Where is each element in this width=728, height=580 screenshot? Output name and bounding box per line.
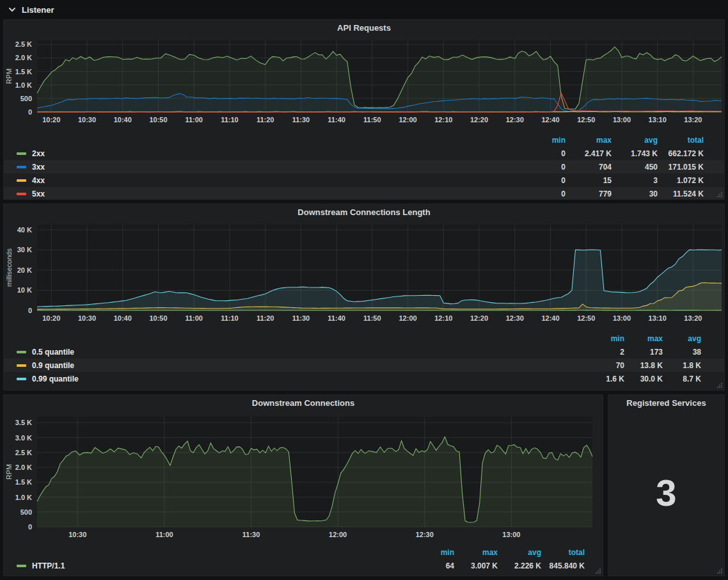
series-color-swatch[interactable] xyxy=(17,179,26,182)
legend-col-avg[interactable]: avg xyxy=(498,548,541,557)
legend-series-name[interactable]: 5xx xyxy=(17,189,519,198)
y-tick-label: 3.5 K xyxy=(15,419,32,426)
legend-series-name[interactable]: 4xx xyxy=(17,176,519,185)
x-tick-label: 10:30 xyxy=(78,116,96,124)
x-tick-label: 13:10 xyxy=(649,116,667,124)
chevron-down-icon xyxy=(8,6,16,13)
resize-handle-icon[interactable] xyxy=(715,381,723,389)
series-color-swatch[interactable] xyxy=(17,378,26,380)
downstream-connections-length-legend: minmaxavg0.5 quantile2173380.9 quantile7… xyxy=(4,332,724,385)
legend-series-name[interactable]: 0.5 quantile xyxy=(17,348,586,357)
legend-col-min[interactable]: min xyxy=(411,548,454,557)
legend-series-name[interactable]: 2xx xyxy=(17,149,519,158)
legend-header: minmaxavgtotal xyxy=(4,134,724,147)
y-tick-label: 2.5 K xyxy=(15,449,32,456)
resize-handle-icon[interactable] xyxy=(594,567,601,574)
legend-col-max[interactable]: max xyxy=(454,548,498,557)
series-color-swatch[interactable] xyxy=(17,351,26,353)
x-tick-label: 11:00 xyxy=(185,314,203,322)
downstream-connections-length-chart[interactable]: 010 K20 K30 K40 K10:2010:3010:4010:5011:… xyxy=(4,221,725,331)
legend-value: 30.0 K xyxy=(624,375,663,383)
api-requests-chart[interactable]: 05001.0 K1.5 K2.0 K2.5 K10:2010:3010:401… xyxy=(4,36,725,133)
series-color-swatch[interactable] xyxy=(17,166,26,168)
bottom-row: Downstream Connections 05001.0 K1.5 K2.0… xyxy=(3,394,725,580)
legend-value: 70 xyxy=(586,361,624,370)
panel-title-registered-services[interactable]: Registered Services xyxy=(608,395,724,412)
row-header-listener[interactable]: Listener xyxy=(3,0,725,19)
x-tick-label: 13:20 xyxy=(684,314,702,322)
legend-value: 2 xyxy=(586,348,624,357)
panel-title-downstream-connections-length[interactable]: Downstream Connections Length xyxy=(4,204,724,221)
legend-value: 1.8 K xyxy=(663,361,701,370)
legend-value: 0 xyxy=(519,189,566,198)
series-color-swatch[interactable] xyxy=(17,193,26,195)
panel-downstream-connections-length: Downstream Connections Length 010 K20 K3… xyxy=(3,204,725,391)
legend-col-avg[interactable]: avg xyxy=(663,334,701,343)
y-tick-label: 1.5 K xyxy=(15,68,32,76)
x-tick-label: 11:40 xyxy=(328,116,345,124)
legend-col-total[interactable]: total xyxy=(541,548,585,557)
legend-series-name[interactable]: 0.9 quantile xyxy=(17,361,586,370)
x-tick-label: 12:30 xyxy=(506,116,524,124)
legend-col-total[interactable]: total xyxy=(658,136,704,145)
x-tick-label: 12:00 xyxy=(329,531,347,538)
series-color-swatch[interactable] xyxy=(17,364,26,367)
series-label: 0.9 quantile xyxy=(32,361,74,370)
legend-value: 15 xyxy=(566,176,612,185)
panel-downstream-connections: Downstream Connections 05001.0 K1.5 K2.0… xyxy=(3,394,603,576)
x-tick-label: 10:50 xyxy=(149,314,167,322)
legend-value: 3.007 K xyxy=(454,561,498,570)
legend-series-name[interactable]: HTTP/1.1 xyxy=(17,561,411,570)
legend-series-name[interactable]: 3xx xyxy=(17,163,519,172)
legend-value: 171.015 K xyxy=(658,163,704,172)
series-label: 3xx xyxy=(32,163,45,172)
legend-row-0.99 quantile[interactable]: 0.99 quantile1.6 K30.0 K8.7 K xyxy=(4,372,724,385)
y-tick-label: 20 K xyxy=(17,266,32,274)
downstream-connections-chart[interactable]: 05001.0 K1.5 K2.0 K2.5 K3.0 K3.5 K10:301… xyxy=(4,412,603,545)
panel-title-downstream-connections[interactable]: Downstream Connections xyxy=(4,395,603,412)
legend-row-0.5 quantile[interactable]: 0.5 quantile217338 xyxy=(4,345,724,358)
api-requests-legend: minmaxavgtotal2xx02.417 K1.743 K662.172 … xyxy=(4,134,724,200)
x-tick-label: 13:10 xyxy=(649,314,667,322)
y-tick-label: 2.5 K xyxy=(15,40,32,48)
y-tick-label: 2.0 K xyxy=(15,54,32,61)
x-tick-label: 10:30 xyxy=(78,314,96,322)
x-tick-label: 12:00 xyxy=(399,314,417,322)
y-tick-label: 1.0 K xyxy=(15,81,32,89)
legend-value: 0 xyxy=(519,149,566,158)
resize-handle-icon[interactable] xyxy=(715,190,723,198)
legend-value: 2.226 K xyxy=(498,561,541,570)
series-label: 5xx xyxy=(32,189,45,198)
x-tick-label: 11:10 xyxy=(221,314,239,322)
legend-value: 30 xyxy=(612,189,658,198)
x-tick-label: 10:40 xyxy=(114,116,132,124)
legend-value: 11.524 K xyxy=(658,189,704,198)
legend-row-HTTP/1.1[interactable]: HTTP/1.1643.007 K2.226 K845.840 K xyxy=(4,559,603,572)
legend-col-min[interactable]: min xyxy=(586,334,624,343)
x-tick-label: 10:40 xyxy=(114,314,132,322)
x-tick-label: 12:10 xyxy=(434,314,452,322)
resize-handle-icon[interactable] xyxy=(715,567,723,574)
legend-row-4xx[interactable]: 4xx01531.072 K xyxy=(4,173,724,187)
legend-value: 1.743 K xyxy=(612,149,658,158)
legend-col-max[interactable]: max xyxy=(624,334,663,343)
legend-row-3xx[interactable]: 3xx0704450171.015 K xyxy=(4,160,724,173)
legend-series-name[interactable]: 0.99 quantile xyxy=(17,375,586,383)
legend-value: 3 xyxy=(612,176,658,185)
legend-col-avg[interactable]: avg xyxy=(612,136,658,145)
legend-row-5xx[interactable]: 5xx07793011.524 K xyxy=(4,187,724,200)
series-color-swatch[interactable] xyxy=(17,565,26,567)
series-label: 0.5 quantile xyxy=(32,348,74,357)
x-tick-label: 11:50 xyxy=(363,116,381,124)
legend-col-max[interactable]: max xyxy=(566,136,612,145)
series-color-swatch[interactable] xyxy=(17,152,26,155)
legend-row-2xx[interactable]: 2xx02.417 K1.743 K662.172 K xyxy=(4,147,724,160)
x-tick-label: 11:00 xyxy=(155,531,173,538)
y-tick-label: 10 K xyxy=(17,286,32,294)
series-label: 4xx xyxy=(32,176,45,185)
legend-header: minmaxavg xyxy=(4,332,724,345)
legend-col-min[interactable]: min xyxy=(519,136,566,145)
legend-row-0.9 quantile[interactable]: 0.9 quantile7013.8 K1.8 K xyxy=(4,358,724,372)
panel-title-api-requests[interactable]: API Requests xyxy=(4,20,724,36)
x-tick-label: 12:40 xyxy=(541,314,559,322)
